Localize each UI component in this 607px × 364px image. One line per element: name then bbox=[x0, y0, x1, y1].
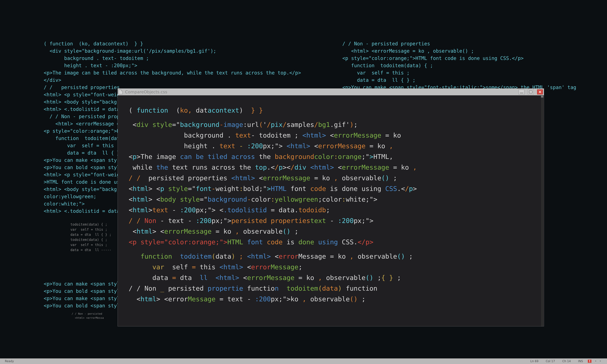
bg-left-small: todoitem(data) { ;var self = this ;data … bbox=[70, 222, 111, 253]
document-icon bbox=[119, 90, 123, 94]
titlebar[interactable]: CompareObjects.css bbox=[118, 89, 544, 95]
scrollbar-thumb[interactable] bbox=[541, 96, 543, 98]
status-error-icon[interactable]: ! bbox=[588, 360, 592, 363]
status-ins: INS bbox=[578, 360, 583, 363]
compare-window: CompareObjects.css ( function (ko, datac… bbox=[118, 89, 544, 326]
status-ready: Ready bbox=[5, 360, 14, 363]
status-ln: Ln 69 bbox=[530, 360, 539, 363]
close-button[interactable] bbox=[537, 89, 543, 94]
editor-pane[interactable]: ( function (ko, datacontext) } } <div st… bbox=[118, 95, 544, 326]
status-ch: Ch 14 bbox=[562, 360, 571, 363]
status-dots: • • bbox=[595, 360, 602, 363]
status-col: Col 17 bbox=[546, 360, 555, 363]
scrollbar-track[interactable] bbox=[541, 95, 543, 326]
minimize-button[interactable] bbox=[519, 89, 525, 94]
bg-left-tiny: / / Non - persisted <html> <errorMessa bbox=[72, 312, 104, 320]
window-title: CompareObjects.css bbox=[125, 90, 167, 94]
status-bar: Ready Ln 69 Col 17 Ch 14 INS ! • • bbox=[0, 358, 607, 364]
maximize-button[interactable] bbox=[528, 89, 534, 94]
bg-right-column: / / Non - persisted properties <html> <e… bbox=[342, 40, 576, 91]
